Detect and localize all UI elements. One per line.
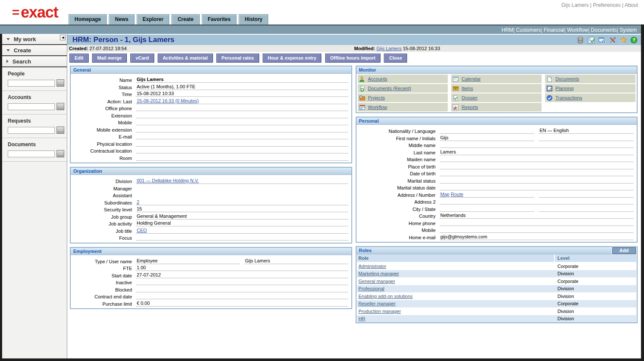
role-link[interactable]: Professional [359,286,385,291]
place-of-birth-value [440,163,634,169]
field-row: Extension [72,111,348,118]
person-icon [359,76,365,82]
route-link[interactable]: Route [451,192,463,197]
monitor-item-reports[interactable]: Reports [451,103,542,111]
role-link[interactable]: HR [359,316,365,321]
tab-create[interactable]: Create [171,14,199,24]
sidebar-panel-search[interactable]: Search [2,56,67,67]
add-role-button[interactable]: Add [612,247,636,254]
last-name-value: Lamers [440,149,634,155]
new-window-icon[interactable] [598,36,605,44]
role-link[interactable]: Production manager [359,309,401,314]
field-row: City / State [357,205,634,212]
offline-hours-import-button[interactable]: Offline hours import [325,54,381,63]
right-arrow-icon[interactable]: → [57,150,64,157]
field-row: Home e-mailgijs@glmsystems.com [357,233,634,240]
monitor-grid: Accounts Calendar Documents Documents (R… [356,74,637,112]
tab-explorer[interactable]: Explorer [137,14,170,24]
search-group-requests: Requests → [2,114,67,138]
validate-icon[interactable] [587,36,595,44]
tab-favorites[interactable]: Favorites [202,14,237,24]
monitor-item-items[interactable]: Items [451,84,542,93]
sidebar-collapse-button[interactable]: ◀ [60,35,66,40]
role-link[interactable]: Administrator [359,264,386,269]
preferences-link[interactable]: Preferences [589,2,621,8]
field-row: First name / InitialsGijs [357,134,634,141]
tab-news[interactable]: News [109,14,134,24]
language-value: EN — English [539,128,634,134]
field-row: Office phone [72,104,348,111]
search-group-label: Requests [8,118,67,124]
subordinates-link[interactable]: 2 [137,199,139,205]
personal-section-header: Personal [356,117,637,125]
activities-material-button[interactable]: Activities & material [158,54,213,63]
field-row: Time15-08-2012 10:33 [72,90,348,97]
monitor-item-transactions[interactable]: Transactions [545,93,635,102]
job-title-link[interactable]: CEO [137,228,147,233]
field-row: Nationality / LanguageEN — English [357,127,634,134]
customize-icon[interactable] [609,36,616,44]
contract-end-date-value [136,293,348,299]
field-row: NameGijs Lamers [72,76,348,83]
monitor-item-documents-recent[interactable]: Documents (Recent) [358,84,448,93]
hour-expense-entry-button[interactable]: Hour & expense entry [263,54,322,63]
monitor-item-workflow[interactable]: Workflow [358,103,448,111]
sidebar-panel-create[interactable]: Create [2,45,67,56]
physical-location-value [136,141,348,147]
right-arrow-icon[interactable]: → [57,103,64,110]
about-link[interactable]: About [621,2,638,8]
role-link[interactable]: Marketing manager [359,271,399,276]
monitor-item-accounts[interactable]: Accounts [358,75,448,83]
right-arrow-icon[interactable]: → [57,126,64,134]
general-section: General NameGijs Lamers StatusActive (1 … [70,66,352,163]
help-icon[interactable]: ? [630,36,638,44]
role-link[interactable]: General manager [359,279,395,284]
start-date-value: 27-07-2012 [136,272,348,278]
sidebar-panel-my-work[interactable]: My work [2,34,67,45]
sidebar-panel-label: My work [14,36,36,42]
left-column: General NameGijs Lamers StatusActive (1 … [70,66,352,327]
tab-homepage[interactable]: Homepage [69,14,107,24]
accounts-search-input[interactable] [8,103,55,110]
last-action-link[interactable]: 15-08-2012 16:33 (0 Minutes) [137,98,199,103]
calendar-icon [452,76,459,82]
mail-merge-button[interactable]: Mail merge [92,54,127,63]
module-workflow[interactable]: Workflow [564,27,588,33]
roles-table-header: Role Level [357,254,637,262]
blocked-value [136,286,348,292]
module-financial[interactable]: Financial [541,27,564,33]
role-link[interactable]: Enabling add-on solutions [359,294,413,299]
edit-button[interactable]: Edit [69,54,89,63]
roles-section: Roles Add Role Level AdministratorCorpor… [356,246,638,323]
monitor-item-calendar[interactable]: Calendar [451,75,542,83]
monitor-item-projects[interactable]: Projects [358,93,448,102]
module-documents[interactable]: Documents [588,27,617,33]
user-name-value: Gijs Lamers [244,258,348,264]
map-link[interactable]: Map [440,192,449,197]
add-favorite-icon[interactable] [620,36,627,44]
monitor-item-planning[interactable]: Planning [545,84,635,93]
database-icon[interactable] [577,36,584,44]
close-button[interactable]: Close [384,54,407,63]
requests-search-input[interactable] [8,127,55,134]
monitor-item-dossier[interactable]: Dossier [451,93,542,102]
role-link[interactable]: Reseller manager [359,301,396,306]
modified-user-link[interactable]: Gijs Lamers [376,46,401,51]
people-search-input[interactable] [8,80,55,87]
user-name-link[interactable]: Gijs Lamers [561,2,589,8]
module-customers[interactable]: Customers [513,27,541,33]
field-row: Assistant [72,191,348,198]
chevron-down-icon [6,49,10,51]
division-link[interactable]: 001 — Deltabike Holding N.V. [137,178,199,183]
documents-search-input[interactable] [8,150,55,157]
vcard-button[interactable]: vCard [130,54,154,63]
module-system[interactable]: System [617,27,637,33]
right-arrow-icon[interactable]: → [57,79,64,87]
personal-rates-button[interactable]: Personal rates [216,54,259,63]
transactions-icon [546,95,553,101]
module-hrm[interactable]: HRM [502,27,513,33]
field-row: E-mail [72,132,348,139]
monitor-item-documents[interactable]: Documents [545,75,635,83]
field-row: CountryNetherlands [357,212,634,219]
tab-history[interactable]: History [239,14,268,24]
